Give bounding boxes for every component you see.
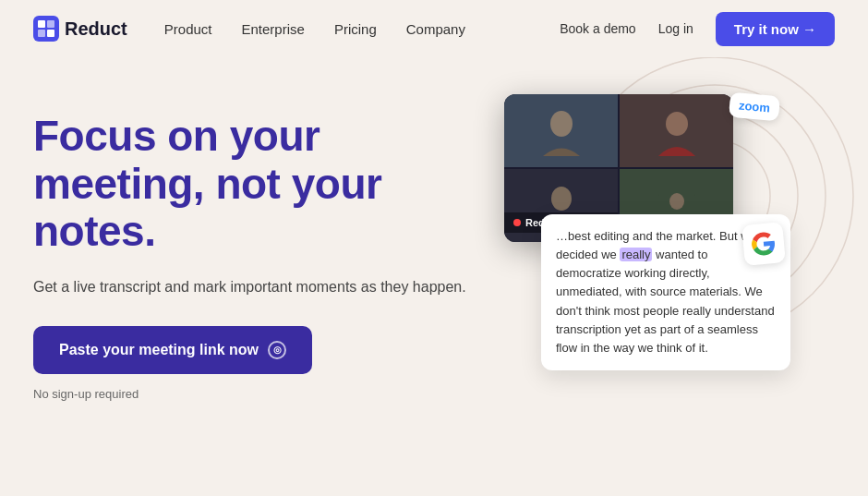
main-content: Focus on your meeting, not your notes. G… <box>0 57 868 496</box>
logo-link[interactable]: Reduct <box>33 16 127 42</box>
book-demo-link[interactable]: Book a demo <box>560 21 636 36</box>
svg-point-13 <box>669 193 684 210</box>
video-cell-2 <box>620 94 733 167</box>
svg-rect-3 <box>38 30 45 37</box>
transcript-text-after: wanted to democratize working directly, … <box>556 248 775 355</box>
navbar: Reduct Product Enterprise Pricing Compan… <box>0 0 868 57</box>
svg-point-11 <box>551 187 572 211</box>
svg-rect-2 <box>47 20 54 28</box>
try-it-now-button[interactable]: Try it now → <box>716 12 835 46</box>
nav-pricing[interactable]: Pricing <box>334 21 377 37</box>
transcript-highlight: really <box>620 248 652 261</box>
video-cell-1 <box>504 94 618 167</box>
login-link[interactable]: Log in <box>658 21 693 36</box>
person-silhouette-1 <box>538 105 585 156</box>
svg-rect-0 <box>33 16 59 42</box>
paste-meeting-link-button[interactable]: Paste your meeting link now ◎ <box>33 326 312 374</box>
recording-dot <box>513 219 521 226</box>
paste-button-label: Paste your meeting link now <box>59 342 259 358</box>
hero-left: Focus on your meeting, not your notes. G… <box>33 103 486 402</box>
nav-product[interactable]: Product <box>164 21 212 37</box>
nav-right: Book a demo Log in Try it now → <box>560 12 835 46</box>
google-icon <box>751 231 777 257</box>
person-silhouette-2 <box>654 105 700 156</box>
logo-icon <box>33 16 59 42</box>
paste-icon: ◎ <box>268 341 286 359</box>
svg-point-10 <box>666 112 688 136</box>
no-signup-text: No sign-up required <box>33 387 139 401</box>
svg-point-9 <box>550 111 573 137</box>
google-badge <box>741 222 786 266</box>
nav-company[interactable]: Company <box>406 21 465 37</box>
zoom-badge: zoom <box>729 92 780 122</box>
svg-rect-1 <box>38 20 45 28</box>
nav-enterprise[interactable]: Enterprise <box>242 21 305 37</box>
logo-text: Reduct <box>65 18 127 40</box>
nav-links: Product Enterprise Pricing Company <box>164 21 560 37</box>
svg-rect-4 <box>47 30 54 37</box>
hero-right: zoom <box>486 103 835 496</box>
hero-subtitle: Get a live transcript and mark important… <box>33 276 486 298</box>
hero-title: Focus on your meeting, not your notes. <box>33 113 486 256</box>
